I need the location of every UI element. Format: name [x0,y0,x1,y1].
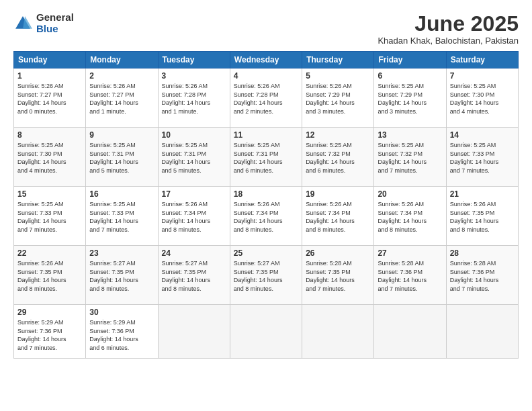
table-row: 28Sunrise: 5:28 AM Sunset: 7:36 PM Dayli… [446,246,518,305]
day-info: Sunrise: 5:27 AM Sunset: 7:35 PM Dayligh… [162,259,226,293]
table-row: 26Sunrise: 5:28 AM Sunset: 7:35 PM Dayli… [302,246,374,305]
day-number: 24 [162,248,226,258]
day-info: Sunrise: 5:26 AM Sunset: 7:29 PM Dayligh… [306,82,370,116]
weekday-header-row: Sunday Monday Tuesday Wednesday Thursday… [14,52,519,68]
day-info: Sunrise: 5:25 AM Sunset: 7:32 PM Dayligh… [378,141,442,175]
day-info: Sunrise: 5:26 AM Sunset: 7:34 PM Dayligh… [162,200,226,234]
calendar-row: 1Sunrise: 5:26 AM Sunset: 7:27 PM Daylig… [14,68,519,128]
table-row: 9Sunrise: 5:25 AM Sunset: 7:31 PM Daylig… [86,128,158,187]
calendar-row: 29Sunrise: 5:29 AM Sunset: 7:36 PM Dayli… [14,305,519,359]
table-row: 16Sunrise: 5:25 AM Sunset: 7:33 PM Dayli… [86,187,158,246]
table-row: 14Sunrise: 5:25 AM Sunset: 7:33 PM Dayli… [446,128,518,187]
day-info: Sunrise: 5:28 AM Sunset: 7:36 PM Dayligh… [450,259,515,293]
table-row: 24Sunrise: 5:27 AM Sunset: 7:35 PM Dayli… [158,246,230,305]
location-title: Khadan Khak, Balochistan, Pakistan [378,36,519,46]
day-info: Sunrise: 5:25 AM Sunset: 7:30 PM Dayligh… [17,141,82,175]
day-info: Sunrise: 5:26 AM Sunset: 7:35 PM Dayligh… [17,259,82,293]
table-row: 17Sunrise: 5:26 AM Sunset: 7:34 PM Dayli… [158,187,230,246]
header-saturday: Saturday [446,52,518,68]
calendar-row: 8Sunrise: 5:25 AM Sunset: 7:30 PM Daylig… [14,128,519,187]
day-number: 3 [162,71,226,81]
table-row: 23Sunrise: 5:27 AM Sunset: 7:35 PM Dayli… [86,246,158,305]
day-number: 4 [234,71,298,81]
table-row: 6Sunrise: 5:25 AM Sunset: 7:29 PM Daylig… [374,68,446,128]
header-friday: Friday [374,52,446,68]
logo: General Blue [13,12,74,34]
day-info: Sunrise: 5:26 AM Sunset: 7:28 PM Dayligh… [162,82,226,116]
table-row: 25Sunrise: 5:27 AM Sunset: 7:35 PM Dayli… [230,246,302,305]
day-number: 10 [162,130,226,140]
header-sunday: Sunday [14,52,86,68]
day-number: 27 [378,248,442,258]
day-info: Sunrise: 5:26 AM Sunset: 7:34 PM Dayligh… [234,200,298,234]
table-row [230,305,302,359]
day-info: Sunrise: 5:26 AM Sunset: 7:35 PM Dayligh… [450,200,515,234]
day-number: 17 [162,189,226,199]
day-number: 30 [89,308,154,317]
day-number: 6 [378,71,442,81]
day-number: 25 [234,248,298,258]
day-info: Sunrise: 5:28 AM Sunset: 7:35 PM Dayligh… [306,259,370,293]
day-info: Sunrise: 5:25 AM Sunset: 7:33 PM Dayligh… [450,141,515,175]
table-row: 13Sunrise: 5:25 AM Sunset: 7:32 PM Dayli… [374,128,446,187]
table-row: 2Sunrise: 5:26 AM Sunset: 7:27 PM Daylig… [86,68,158,128]
table-row: 27Sunrise: 5:28 AM Sunset: 7:36 PM Dayli… [374,246,446,305]
day-number: 5 [306,71,370,81]
header: General Blue June 2025 Khadan Khak, Balo… [13,12,519,46]
table-row [302,305,374,359]
day-info: Sunrise: 5:25 AM Sunset: 7:31 PM Dayligh… [234,141,298,175]
day-info: Sunrise: 5:25 AM Sunset: 7:31 PM Dayligh… [162,141,226,175]
table-row [446,305,518,359]
day-number: 16 [89,189,154,199]
logo-general: General [36,12,74,24]
title-section: June 2025 Khadan Khak, Balochistan, Paki… [378,12,519,46]
logo-blue: Blue [36,24,74,35]
day-info: Sunrise: 5:25 AM Sunset: 7:33 PM Dayligh… [17,200,82,234]
header-thursday: Thursday [302,52,374,68]
day-info: Sunrise: 5:29 AM Sunset: 7:36 PM Dayligh… [17,318,82,352]
day-info: Sunrise: 5:25 AM Sunset: 7:29 PM Dayligh… [378,82,442,116]
day-number: 1 [17,71,82,81]
header-wednesday: Wednesday [230,52,302,68]
day-number: 29 [17,308,82,317]
day-number: 21 [450,189,515,199]
table-row: 20Sunrise: 5:26 AM Sunset: 7:34 PM Dayli… [374,187,446,246]
day-info: Sunrise: 5:28 AM Sunset: 7:36 PM Dayligh… [378,259,442,293]
day-number: 13 [378,130,442,140]
day-number: 8 [17,130,82,140]
table-row: 5Sunrise: 5:26 AM Sunset: 7:29 PM Daylig… [302,68,374,128]
table-row: 4Sunrise: 5:26 AM Sunset: 7:28 PM Daylig… [230,68,302,128]
day-info: Sunrise: 5:27 AM Sunset: 7:35 PM Dayligh… [234,259,298,293]
day-number: 22 [17,248,82,258]
day-info: Sunrise: 5:29 AM Sunset: 7:36 PM Dayligh… [89,318,154,352]
day-number: 7 [450,71,515,81]
table-row: 12Sunrise: 5:25 AM Sunset: 7:32 PM Dayli… [302,128,374,187]
table-row: 8Sunrise: 5:25 AM Sunset: 7:30 PM Daylig… [14,128,86,187]
day-number: 2 [89,71,154,81]
calendar: Sunday Monday Tuesday Wednesday Thursday… [13,51,519,359]
table-row: 15Sunrise: 5:25 AM Sunset: 7:33 PM Dayli… [14,187,86,246]
day-info: Sunrise: 5:25 AM Sunset: 7:30 PM Dayligh… [450,82,515,116]
day-number: 14 [450,130,515,140]
logo-text: General Blue [36,12,74,34]
day-number: 9 [89,130,154,140]
day-number: 19 [306,189,370,199]
day-number: 20 [378,189,442,199]
day-info: Sunrise: 5:26 AM Sunset: 7:28 PM Dayligh… [234,82,298,116]
day-number: 26 [306,248,370,258]
day-info: Sunrise: 5:26 AM Sunset: 7:27 PM Dayligh… [17,82,82,116]
day-info: Sunrise: 5:26 AM Sunset: 7:34 PM Dayligh… [306,200,370,234]
logo-icon [13,14,32,33]
table-row: 30Sunrise: 5:29 AM Sunset: 7:36 PM Dayli… [86,305,158,359]
day-number: 28 [450,248,515,258]
table-row: 7Sunrise: 5:25 AM Sunset: 7:30 PM Daylig… [446,68,518,128]
page: General Blue June 2025 Khadan Khak, Balo… [0,0,532,411]
table-row: 21Sunrise: 5:26 AM Sunset: 7:35 PM Dayli… [446,187,518,246]
table-row: 3Sunrise: 5:26 AM Sunset: 7:28 PM Daylig… [158,68,230,128]
day-number: 15 [17,189,82,199]
day-info: Sunrise: 5:25 AM Sunset: 7:32 PM Dayligh… [306,141,370,175]
day-info: Sunrise: 5:27 AM Sunset: 7:35 PM Dayligh… [89,259,154,293]
calendar-row: 22Sunrise: 5:26 AM Sunset: 7:35 PM Dayli… [14,246,519,305]
table-row: 10Sunrise: 5:25 AM Sunset: 7:31 PM Dayli… [158,128,230,187]
day-number: 18 [234,189,298,199]
